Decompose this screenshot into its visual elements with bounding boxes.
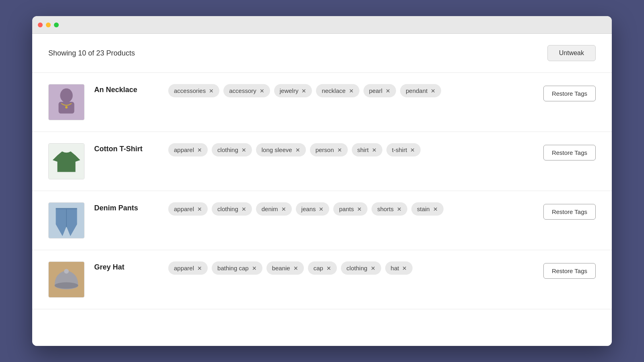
tag-x-clothing-hat[interactable]: ✕ — [371, 265, 376, 271]
tag-x-shirt[interactable]: ✕ — [372, 147, 377, 153]
svg-point-1 — [60, 88, 72, 103]
tag-beanie: beanie ✕ — [266, 261, 304, 275]
tag-x-pendant[interactable]: ✕ — [431, 88, 436, 94]
tag-apparel-jeans: apparel ✕ — [168, 202, 208, 216]
svg-point-3 — [65, 106, 68, 109]
product-name-necklace: An Necklace — [94, 84, 159, 94]
product-list: An Necklace accessories ✕ accessory ✕ je… — [32, 73, 612, 309]
product-image-jeans — [48, 202, 85, 239]
tag-x-hat[interactable]: ✕ — [402, 265, 407, 271]
tag-shirt: shirt ✕ — [352, 143, 382, 156]
traffic-lights — [38, 23, 59, 27]
header-bar: Showing 10 of 23 Products Untweak — [32, 34, 612, 73]
tag-necklace: necklace ✕ — [316, 84, 359, 97]
tag-x-person[interactable]: ✕ — [337, 147, 342, 153]
tag-x-jeans[interactable]: ✕ — [319, 206, 324, 212]
tag-clothing-jeans: clothing ✕ — [212, 202, 252, 216]
tag-pendant: pendant ✕ — [400, 84, 441, 97]
tag-bathing-cap: bathing cap ✕ — [212, 261, 262, 275]
tag-pearl: pearl ✕ — [363, 84, 396, 97]
tag-x-accessory[interactable]: ✕ — [260, 88, 264, 94]
tag-x-long-sleeve[interactable]: ✕ — [295, 147, 300, 153]
tag-person: person ✕ — [310, 143, 348, 156]
tag-shorts: shorts ✕ — [372, 202, 407, 216]
product-image-hat — [48, 261, 85, 298]
product-image-tshirt — [48, 143, 85, 179]
tag-jeans: jeans ✕ — [296, 202, 330, 216]
tag-jewelry: jewelry ✕ — [274, 84, 312, 97]
tag-x-shorts[interactable]: ✕ — [397, 206, 402, 212]
tag-x-pearl[interactable]: ✕ — [386, 88, 390, 94]
maximize-button[interactable] — [54, 23, 59, 27]
tag-stain: stain ✕ — [411, 202, 444, 216]
tag-x-denim[interactable]: ✕ — [281, 206, 286, 212]
product-row: Denim Pants apparel ✕ clothing ✕ denim ✕… — [32, 191, 612, 250]
restore-tags-button-jeans[interactable]: Restore Tags — [543, 204, 596, 220]
tags-area-jeans: apparel ✕ clothing ✕ denim ✕ jeans ✕ pan… — [168, 202, 534, 216]
tag-hat: hat ✕ — [385, 261, 413, 275]
product-name-tshirt: Cotton T-Shirt — [94, 143, 159, 153]
tag-x-jewelry[interactable]: ✕ — [301, 88, 306, 94]
tags-area-tshirt: apparel ✕ clothing ✕ long sleeve ✕ perso… — [168, 143, 534, 156]
product-image-necklace — [48, 84, 85, 120]
tag-x-apparel-jeans[interactable]: ✕ — [197, 206, 202, 212]
product-row: An Necklace accessories ✕ accessory ✕ je… — [32, 73, 612, 132]
tag-apparel: apparel ✕ — [168, 143, 208, 156]
restore-tags-button-hat[interactable]: Restore Tags — [543, 263, 596, 279]
app-window: Showing 10 of 23 Products Untweak — [32, 16, 612, 346]
tag-x-clothing-jeans[interactable]: ✕ — [242, 206, 246, 212]
title-bar — [32, 16, 612, 34]
tags-area-hat: apparel ✕ bathing cap ✕ beanie ✕ cap ✕ c… — [168, 261, 534, 275]
tag-x-stain[interactable]: ✕ — [433, 206, 438, 212]
tag-x-apparel[interactable]: ✕ — [197, 147, 202, 153]
tag-pants: pants ✕ — [333, 202, 367, 216]
showing-count: Showing 10 of 23 Products — [48, 49, 135, 58]
tag-x-necklace[interactable]: ✕ — [349, 88, 354, 94]
tag-x-apparel-hat[interactable]: ✕ — [197, 265, 202, 271]
tag-accessory: accessory ✕ — [223, 84, 270, 97]
tag-tshirt: t-shirt ✕ — [386, 143, 421, 156]
minimize-button[interactable] — [46, 23, 51, 27]
tag-accessories: accessories ✕ — [168, 84, 219, 97]
tag-cap: cap ✕ — [308, 261, 337, 275]
product-name-jeans: Denim Pants — [94, 202, 159, 212]
untweak-button[interactable]: Untweak — [547, 45, 596, 61]
tag-clothing: clothing ✕ — [212, 143, 252, 156]
product-row: Cotton T-Shirt apparel ✕ clothing ✕ long… — [32, 132, 612, 191]
tag-apparel-hat: apparel ✕ — [168, 261, 208, 275]
tag-long-sleeve: long sleeve ✕ — [256, 143, 306, 156]
product-row: Grey Hat apparel ✕ bathing cap ✕ beanie … — [32, 250, 612, 309]
tag-clothing-hat: clothing ✕ — [341, 261, 381, 275]
tag-x-bathing-cap[interactable]: ✕ — [252, 265, 257, 271]
product-name-hat: Grey Hat — [94, 261, 159, 272]
tag-x-cap[interactable]: ✕ — [326, 265, 331, 271]
tag-x-clothing[interactable]: ✕ — [242, 147, 246, 153]
tag-x-pants[interactable]: ✕ — [357, 206, 362, 212]
tag-denim: denim ✕ — [256, 202, 292, 216]
tag-x-tshirt[interactable]: ✕ — [410, 147, 415, 153]
close-button[interactable] — [38, 23, 43, 27]
restore-tags-button-necklace[interactable]: Restore Tags — [543, 86, 596, 101]
svg-point-10 — [55, 282, 78, 289]
tags-area-necklace: accessories ✕ accessory ✕ jewelry ✕ neck… — [168, 84, 534, 97]
tag-x-accessories[interactable]: ✕ — [209, 88, 214, 94]
restore-tags-button-tshirt[interactable]: Restore Tags — [543, 145, 596, 160]
content-area: Showing 10 of 23 Products Untweak — [32, 34, 612, 346]
svg-point-11 — [64, 269, 69, 274]
tag-x-beanie[interactable]: ✕ — [293, 265, 298, 271]
